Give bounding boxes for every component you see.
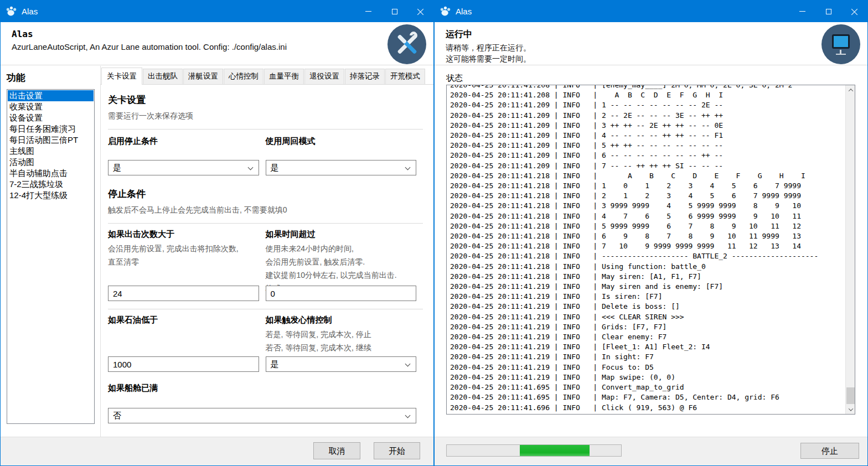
sidebar-item[interactable]: 7-2三战拣垃圾	[8, 179, 94, 190]
tab-血量平衡[interactable]: 血量平衡	[264, 69, 304, 84]
select-value: 是	[271, 163, 279, 173]
paw-logo-icon	[440, 6, 451, 17]
tab-掉落记录[interactable]: 掉落记录	[345, 69, 385, 84]
app-header: Alas AzurLaneAutoScript, An Azur Lane au…	[1, 22, 433, 65]
log-line: 2020-04-25 20:11:41.208 | INFO | A B C D…	[450, 90, 845, 100]
page-subtitle: 需要运行一次来保存选项	[108, 111, 423, 121]
scrollbar-thumb[interactable]	[846, 387, 855, 404]
if-dock-full-select[interactable]: 否	[108, 408, 416, 423]
log-lines: 2020-04-25 20:11:41.208 | INFO | [enemy_…	[450, 85, 845, 414]
if-emotion-help: 若是, 等待回复, 完成本次, 停止	[266, 328, 417, 341]
if-count-input[interactable]	[108, 286, 259, 301]
close-icon	[851, 8, 858, 15]
select-value: 是	[113, 163, 121, 173]
sidebar-item[interactable]: 主线图	[8, 146, 94, 157]
tab-content: 关卡设置 需要运行一次来保存选项 启用停止条件 是 使用周回模式	[101, 85, 433, 423]
log-line: 2020-04-25 20:11:41.209 | INFO | 4 -- --…	[450, 131, 845, 141]
minimize-button[interactable]	[355, 1, 381, 22]
log-line: 2020-04-25 20:11:41.209 | INFO | 6 -- --…	[450, 151, 845, 160]
tab-出击舰队[interactable]: 出击舰队	[143, 69, 183, 84]
close-button[interactable]	[841, 1, 867, 22]
chevron-down-icon	[405, 413, 411, 418]
left-footer: 取消 开始	[1, 437, 433, 465]
settings-panel: 关卡设置出击舰队潜艇设置心情控制血量平衡退役设置掉落记录开荒模式 关卡设置 需要…	[100, 66, 433, 437]
close-icon	[417, 8, 424, 15]
cancel-button[interactable]: 取消	[313, 442, 360, 459]
maximize-icon	[826, 9, 831, 14]
sidebar-list[interactable]: 出击设置收菜设置设备设置每日任务困难演习每日活动图三倍PT主线图活动图半自动辅助…	[7, 89, 95, 424]
tab-关卡设置[interactable]: 关卡设置	[101, 68, 142, 85]
sidebar-item[interactable]: 设备设置	[8, 112, 94, 123]
log-line: 2020-04-25 20:11:41.219 | INFO | [Fleet_…	[450, 342, 845, 352]
log-line: 2020-04-25 20:11:41.219 | INFO | Delete …	[450, 302, 845, 312]
sidebar-item[interactable]: 活动图	[8, 157, 94, 168]
divider	[108, 309, 423, 309]
if-dock-full-label: 如果船舱已满	[108, 383, 416, 393]
if-emotion-select[interactable]: 是	[266, 356, 417, 372]
select-value: 是	[271, 359, 279, 370]
monitor-badge	[822, 24, 860, 64]
sidebar-item[interactable]: 每日任务困难演习	[8, 123, 94, 134]
log-line: 2020-04-25 20:11:41.218 | INFO | May sir…	[450, 272, 845, 282]
log-line: 2020-04-25 20:11:41.218 | INFO | 2 1 2 3…	[450, 191, 845, 201]
sidebar-item[interactable]: 出击设置	[8, 90, 94, 101]
enable-stop-label: 启用停止条件	[108, 136, 259, 147]
sidebar-item[interactable]: 12-4打大型练级	[8, 190, 94, 201]
minimize-icon	[799, 11, 805, 12]
maximize-button[interactable]	[815, 1, 841, 22]
tabstrip: 关卡设置出击舰队潜艇设置心情控制血量平衡退役设置掉落记录开荒模式	[101, 66, 433, 85]
maximize-button[interactable]	[381, 1, 407, 22]
titlebar[interactable]: Alas	[1, 1, 433, 22]
app-name: Alas	[12, 29, 422, 39]
tab-潜艇设置[interactable]: 潜艇设置	[183, 69, 223, 84]
stop-button[interactable]: 停止	[800, 443, 859, 459]
log-line: 2020-04-25 20:11:41.209 | INFO | 1 -- --…	[450, 100, 845, 110]
minimize-icon	[365, 11, 371, 12]
sidebar-item[interactable]: 每日活动图三倍PT	[8, 134, 94, 146]
log-line: 2020-04-25 20:11:41.218 | INFO | 6 9 8 7…	[450, 231, 845, 241]
log-line: 2020-04-25 20:11:41.695 | INFO | Map: F7…	[450, 392, 845, 402]
tab-退役设置[interactable]: 退役设置	[304, 69, 344, 84]
start-button[interactable]: 开始	[374, 442, 420, 459]
if-time-help: 使用未来24小时内的时间,	[266, 242, 417, 255]
function-sidebar: 功能 出击设置收菜设置设备设置每日任务困难演习每日活动图三倍PT主线图活动图半自…	[1, 66, 100, 437]
log-line: 2020-04-25 20:11:41.219 | INFO | Clear e…	[450, 332, 845, 342]
stop-section-subtitle: 触发后不会马上停止会先完成当前出击, 不需要就填0	[108, 205, 423, 215]
run-status-line: 这可能将需要一定时间。	[446, 53, 856, 64]
log-line: 2020-04-25 20:11:41.209 | INFO | 7 -- --…	[450, 161, 845, 171]
if-oil-input[interactable]	[108, 356, 259, 372]
divider	[108, 223, 423, 224]
config-window: Alas Alas AzurLaneAutoScript, An Azur La…	[0, 0, 434, 466]
log-line: 2020-04-25 20:11:41.696 | INFO | Click (…	[450, 403, 845, 413]
window-title: Alas	[22, 7, 38, 16]
if-time-help: 建议提前10分钟左右, 以完成当前出击.	[266, 268, 417, 282]
log-line: 2020-04-25 20:11:41.219 | INFO | Is sire…	[450, 292, 845, 302]
progress-fill	[520, 445, 590, 456]
if-time-input[interactable]	[266, 286, 417, 301]
loop-mode-select[interactable]: 是	[266, 160, 417, 175]
scroll-down-icon[interactable]	[846, 405, 855, 414]
right-footer: 停止	[435, 437, 867, 465]
sidebar-item[interactable]: 收菜设置	[8, 101, 94, 112]
close-button[interactable]	[407, 1, 433, 22]
tab-心情控制[interactable]: 心情控制	[224, 69, 264, 84]
sidebar-item[interactable]: 半自动辅助点击	[8, 168, 94, 179]
divider	[108, 129, 423, 130]
tab-开荒模式[interactable]: 开荒模式	[385, 69, 425, 84]
sidebar-title: 功能	[7, 71, 95, 84]
minimize-button[interactable]	[789, 1, 815, 22]
monitor-base-icon	[836, 54, 846, 55]
enable-stop-select[interactable]: 是	[108, 160, 259, 175]
log-line: 2020-04-25 20:11:41.218 | INFO | 1 0 1 2…	[450, 181, 845, 191]
log-scrollbar[interactable]	[845, 85, 855, 414]
page-title: 关卡设置	[108, 94, 423, 106]
titlebar[interactable]: Alas	[435, 1, 867, 22]
scroll-up-icon[interactable]	[846, 85, 855, 95]
log-line: 2020-04-25 20:11:41.218 | INFO | 7 10 9 …	[450, 241, 845, 251]
log-output[interactable]: 2020-04-25 20:11:41.208 | INFO | [enemy_…	[446, 85, 855, 415]
log-line: 2020-04-25 20:11:41.209 | INFO | 2 -- 2E…	[450, 111, 845, 121]
run-header: 运行中 请稍等，程序正在运行。 这可能将需要一定时间。	[435, 22, 867, 65]
log-line: 2020-04-25 20:11:41.219 | INFO | Map swi…	[450, 372, 845, 382]
if-count-label: 如果出击次数大于	[108, 229, 259, 240]
status-label: 状态	[446, 73, 867, 84]
